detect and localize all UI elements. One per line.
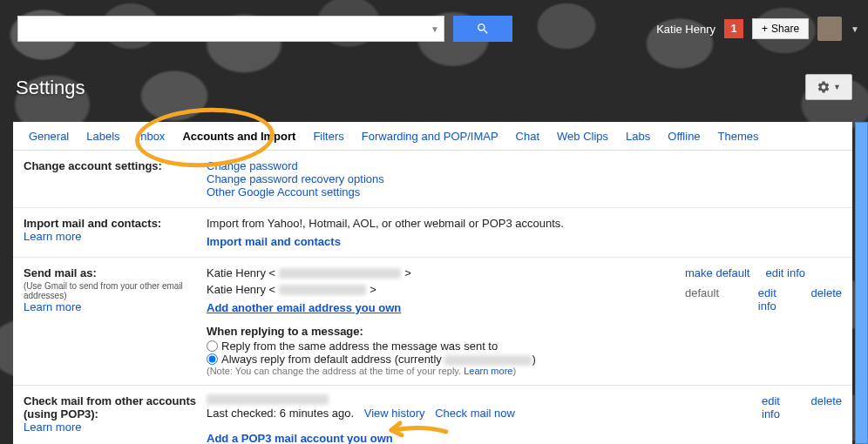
chevron-down-icon: ▼ — [833, 83, 841, 91]
tabs-bar: General Labels Inbox Accounts and Import… — [13, 122, 852, 151]
tab-labs[interactable]: Labs — [617, 123, 659, 150]
send-as-address-2: Katie Henry <> — [207, 283, 376, 296]
section-subtitle: (Use Gmail to send from your other email… — [24, 281, 207, 300]
search-icon — [476, 22, 490, 36]
reply-same-radio[interactable] — [207, 340, 218, 352]
avatar[interactable] — [817, 17, 842, 41]
notification-badge[interactable]: 1 — [724, 19, 743, 38]
tab-general[interactable]: General — [20, 123, 78, 150]
learn-more-link[interactable]: Learn more — [24, 230, 81, 243]
page-title: Settings — [16, 77, 85, 99]
share-button[interactable]: +Share — [752, 18, 809, 39]
section-title: Import mail and contacts: — [24, 217, 207, 230]
add-another-address-link[interactable]: Add another email address you own — [207, 301, 401, 314]
tab-chat[interactable]: Chat — [507, 123, 548, 150]
redacted-email — [207, 394, 329, 405]
delete-link[interactable]: delete — [811, 394, 842, 420]
search-input[interactable] — [18, 17, 426, 41]
top-bar: ▼ Katie Henry 1 +Share ▼ — [17, 13, 859, 44]
section-title: Check mail from other accounts (using PO… — [24, 394, 207, 420]
redacted-email — [444, 355, 532, 366]
default-label: default — [685, 286, 743, 313]
section-change-account: Change account settings: Change password… — [13, 151, 852, 208]
redacted-email — [279, 285, 366, 295]
reply-opt2-label: Always reply from default address (curre… — [221, 353, 536, 366]
delete-link[interactable]: delete — [811, 286, 842, 313]
section-title: Change account settings: — [24, 159, 207, 172]
import-mail-link[interactable]: Import mail and contacts — [207, 235, 341, 248]
reply-heading: When replying to a message: — [207, 325, 685, 338]
last-checked-label: Last checked: 6 minutes ago. — [207, 407, 354, 420]
section-import-mail: Import mail and contacts: Learn more Imp… — [13, 208, 852, 258]
other-settings-link[interactable]: Other Google Account settings — [207, 185, 360, 198]
section-send-as: Send mail as: (Use Gmail to send from yo… — [13, 258, 852, 386]
import-desc: Import from Yahoo!, Hotmail, AOL, or oth… — [207, 217, 842, 230]
learn-more-link[interactable]: Learn more — [24, 300, 81, 313]
tab-labels[interactable]: Labels — [78, 123, 128, 150]
add-pop3-account-link[interactable]: Add a POP3 mail account you own — [207, 432, 393, 444]
tab-inbox[interactable]: Inbox — [129, 123, 174, 150]
avatar-dropdown-icon[interactable]: ▼ — [851, 24, 859, 34]
tab-themes[interactable]: Themes — [709, 123, 768, 150]
section-title: Send mail as: — [24, 266, 207, 279]
scrollbar[interactable] — [855, 122, 868, 444]
edit-info-link[interactable]: edit info — [765, 266, 805, 279]
send-as-address-1: Katie Henry <> — [207, 266, 411, 279]
plus-icon: + — [762, 23, 768, 35]
tab-filters[interactable]: Filters — [304, 123, 352, 150]
reply-note: (Note: You can change the address at the… — [207, 366, 685, 376]
tab-forwarding[interactable]: Forwarding and POP/IMAP — [353, 123, 507, 150]
settings-panel: General Labels Inbox Accounts and Import… — [13, 122, 852, 444]
settings-gear-button[interactable]: ▼ — [805, 74, 852, 100]
gear-icon — [817, 80, 831, 94]
username-label: Katie Henry — [656, 23, 715, 36]
change-recovery-link[interactable]: Change password recovery options — [207, 172, 384, 185]
edit-info-link[interactable]: edit info — [762, 394, 787, 420]
view-history-link[interactable]: View history — [364, 407, 425, 420]
note-learn-more-link[interactable]: Learn more — [464, 366, 512, 376]
learn-more-link[interactable]: Learn more — [24, 420, 81, 434]
reply-opt1-label: Reply from the same address the message … — [221, 340, 498, 353]
edit-info-link[interactable]: edit info — [758, 286, 796, 313]
make-default-link[interactable]: make default — [685, 266, 749, 279]
tab-webclips[interactable]: Web Clips — [548, 123, 617, 150]
tab-accounts-import[interactable]: Accounts and Import — [173, 123, 304, 150]
pop3-account-row — [207, 394, 685, 405]
redacted-email — [279, 268, 401, 279]
search-box: ▼ — [17, 16, 444, 42]
check-mail-now-link[interactable]: Check mail now — [435, 407, 515, 420]
search-dropdown-icon[interactable]: ▼ — [426, 24, 444, 34]
reply-default-radio[interactable] — [207, 353, 218, 365]
search-button[interactable] — [453, 16, 512, 42]
section-pop3: Check mail from other accounts (using PO… — [13, 386, 852, 444]
tab-offline[interactable]: Offline — [659, 123, 709, 150]
change-password-link[interactable]: Change password — [207, 159, 298, 172]
